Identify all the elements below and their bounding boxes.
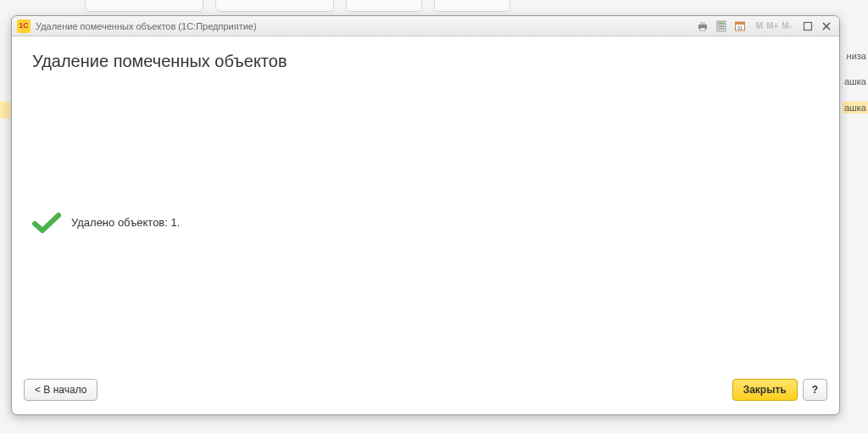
print-icon[interactable] [695,19,710,33]
svg-rect-2 [700,28,705,31]
svg-rect-1 [700,22,705,25]
close-icon[interactable] [819,19,834,33]
background-tab [346,0,422,12]
background-tab [85,0,203,12]
memory-mminus-button[interactable]: M- [780,21,793,31]
background-text-fragment: ашка [844,76,868,86]
svg-rect-7 [722,25,724,27]
dialog-body: Удалено объектов: 1. [32,83,819,360]
calendar-icon[interactable]: 31 [732,19,748,33]
svg-rect-10 [722,27,724,29]
app-logo-text: 1С [19,22,29,30]
background-tabs [85,0,510,12]
titlebar-toolbar: 31 M M+ M- [695,19,834,33]
dialog-content: Удаление помеченных объектов Удалено объ… [12,36,839,369]
checkmark-icon [32,212,59,232]
help-button[interactable]: ? [803,379,827,401]
memory-mplus-button[interactable]: M+ [765,21,780,31]
svg-rect-14 [804,22,812,30]
svg-text:31: 31 [737,25,743,30]
svg-rect-6 [721,25,722,27]
svg-rect-8 [718,27,720,29]
app-logo-icon: 1С [17,19,31,33]
background-tab [215,0,334,12]
svg-rect-9 [721,27,722,29]
back-button[interactable]: < В начало [24,379,97,401]
result-row: Удалено объектов: 1. [32,212,180,232]
svg-rect-4 [718,22,724,25]
maximize-icon[interactable] [800,19,815,33]
background-text-fragment: низа [847,51,868,61]
memory-m-button[interactable]: M [754,21,765,31]
window-title: Удаление помеченных объектов (1С:Предпри… [36,21,695,31]
svg-rect-5 [718,25,720,27]
dialog-footer: < В начало Закрыть ? [12,369,839,414]
background-highlight [0,102,10,119]
calculator-icon[interactable] [714,19,729,33]
background-tab [434,0,510,12]
background-text-fragment: ашка [843,102,868,114]
dialog-window: 1С Удаление помеченных объектов (1С:Пред… [11,15,840,415]
page-title: Удаление помеченных объектов [32,52,819,71]
close-button[interactable]: Закрыть [732,379,798,401]
titlebar: 1С Удаление помеченных объектов (1С:Пред… [12,16,839,36]
result-text: Удалено объектов: 1. [71,216,180,229]
memory-buttons-group: M M+ M- [754,21,793,31]
